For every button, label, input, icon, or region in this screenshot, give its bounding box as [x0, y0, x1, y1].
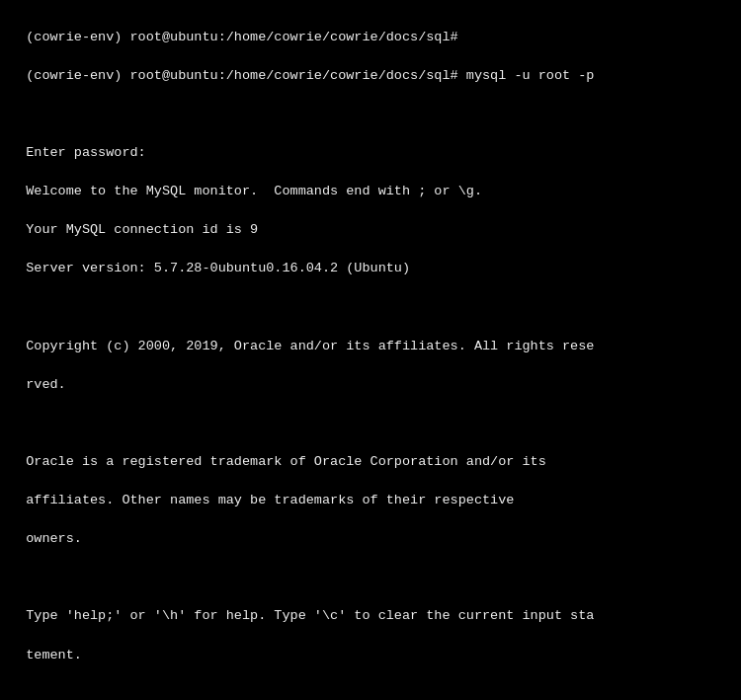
line-5: Welcome to the MySQL monitor. Commands e… — [26, 184, 482, 198]
line-4: Enter password: — [26, 145, 146, 160]
line-13: affiliates. Other names may be trademark… — [26, 493, 514, 507]
line-14: owners. — [26, 531, 82, 546]
line-7: Server version: 5.7.28-0ubuntu0.16.04.2 … — [26, 261, 410, 275]
line-1: (cowrie-env) root@ubuntu:/home/cowrie/co… — [26, 30, 457, 44]
line-12: Oracle is a registered trademark of Orac… — [26, 454, 546, 469]
line-2: (cowrie-env) root@ubuntu:/home/cowrie/co… — [26, 68, 594, 83]
line-16: Type 'help;' or '\h' for help. Type '\c'… — [26, 608, 594, 623]
line-17: tement. — [26, 648, 82, 662]
line-9: Copyright (c) 2000, 2019, Oracle and/or … — [26, 339, 594, 353]
line-6: Your MySQL connection id is 9 — [26, 222, 258, 237]
line-10: rved. — [26, 377, 66, 392]
terminal-output: (cowrie-env) root@ubuntu:/home/cowrie/co… — [10, 8, 731, 700]
